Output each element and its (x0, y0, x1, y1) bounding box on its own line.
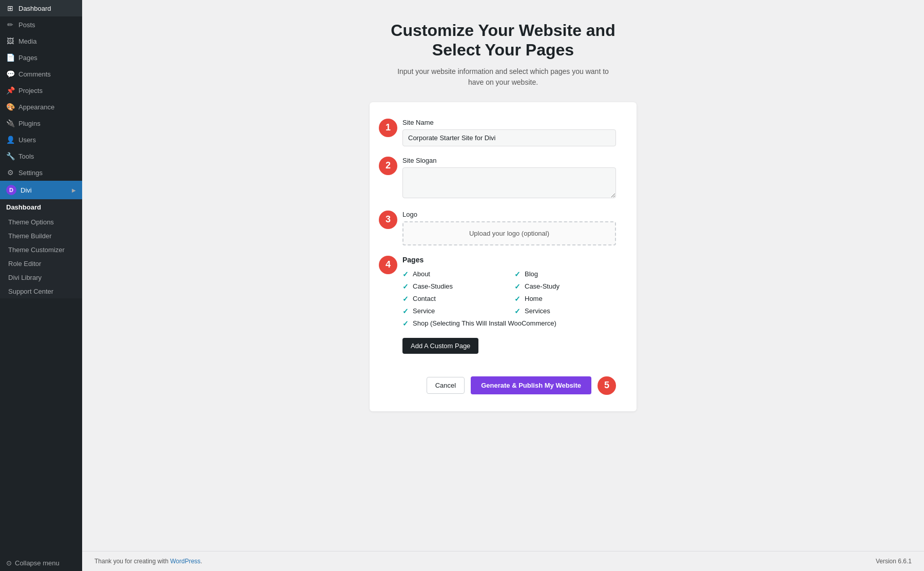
check-services: ✓ (514, 307, 521, 315)
generate-publish-button[interactable]: Generate & Publish My Website (471, 376, 591, 394)
page-item-case-study[interactable]: ✓ Case-Study (514, 282, 616, 291)
site-slogan-input[interactable] (402, 167, 616, 198)
projects-icon: 📌 (6, 86, 14, 94)
check-contact: ✓ (402, 295, 409, 303)
logo-group: 3 Logo Upload your logo (optional) (390, 211, 616, 245)
sidebar-item-appearance[interactable]: 🎨 Appearance (0, 99, 82, 115)
divi-sub-theme-customizer[interactable]: Theme Customizer (0, 243, 82, 257)
cancel-button[interactable]: Cancel (427, 377, 465, 394)
sidebar-item-posts[interactable]: ✏ Posts (0, 16, 82, 33)
posts-icon: ✏ (6, 21, 14, 29)
step-badge-3: 3 (379, 211, 397, 229)
divi-sub-support-center[interactable]: Support Center (0, 284, 82, 298)
pages-group: 4 Pages ✓ About ✓ Blog ✓ Case-Studies (390, 256, 616, 366)
check-case-studies: ✓ (402, 282, 409, 291)
page-item-home[interactable]: ✓ Home (514, 295, 616, 303)
pages-icon: 📄 (6, 53, 14, 62)
collapse-icon: ⊙ (6, 559, 12, 567)
page-item-shop[interactable]: ✓ Shop (Selecting This Will Install WooC… (402, 319, 616, 328)
site-slogan-label: Site Slogan (402, 157, 616, 164)
logo-upload-button[interactable]: Upload your logo (optional) (402, 221, 616, 245)
site-name-label: Site Name (402, 119, 616, 126)
wordpress-link[interactable]: WordPress (170, 558, 200, 565)
dashboard-icon: ⊞ (6, 4, 14, 12)
collapse-menu-button[interactable]: ⊙ Collapse menu (0, 555, 82, 571)
sidebar-item-media[interactable]: 🖼 Media (0, 33, 82, 49)
check-service: ✓ (402, 307, 409, 315)
site-name-group: 1 Site Name (390, 119, 616, 146)
sidebar-item-users[interactable]: 👤 Users (0, 131, 82, 148)
divi-submenu-header: Dashboard (0, 199, 82, 215)
check-case-study: ✓ (514, 282, 521, 291)
check-about: ✓ (402, 270, 409, 278)
divi-sub-role-editor[interactable]: Role Editor (0, 257, 82, 271)
sidebar-item-dashboard[interactable]: ⊞ Dashboard (0, 0, 82, 16)
page-item-case-studies[interactable]: ✓ Case-Studies (402, 282, 504, 291)
customize-card: 1 Site Name 2 Site Slogan 3 Logo Upload … (370, 102, 637, 411)
card-footer: Cancel Generate & Publish My Website 5 (390, 376, 616, 395)
plugins-icon: 🔌 (6, 119, 14, 127)
divi-sub-divi-library[interactable]: Divi Library (0, 271, 82, 284)
check-blog: ✓ (514, 270, 521, 278)
check-shop: ✓ (402, 319, 409, 328)
step-badge-1: 1 (379, 119, 397, 137)
sidebar-item-comments[interactable]: 💬 Comments (0, 66, 82, 82)
page-item-blog[interactable]: ✓ Blog (514, 270, 616, 278)
site-slogan-group: 2 Site Slogan (390, 157, 616, 200)
version-text: Version 6.6.1 (876, 558, 912, 565)
page-item-contact[interactable]: ✓ Contact (402, 295, 504, 303)
sidebar-item-tools[interactable]: 🔧 Tools (0, 148, 82, 164)
comments-icon: 💬 (6, 70, 14, 78)
settings-icon: ⚙ (6, 168, 14, 177)
logo-label: Logo (402, 211, 616, 218)
check-home: ✓ (514, 295, 521, 303)
add-custom-page-button[interactable]: Add A Custom Page (402, 338, 478, 354)
page-title: Customize Your Website and Select Your P… (391, 21, 615, 60)
divi-icon: D (6, 185, 16, 195)
page-footer: Thank you for creating with WordPress. V… (82, 551, 924, 571)
site-name-input[interactable] (402, 129, 616, 146)
sidebar-item-divi[interactable]: D Divi ▶ (0, 181, 82, 199)
step-badge-4: 4 (379, 256, 397, 274)
tools-icon: 🔧 (6, 152, 14, 160)
page-subtitle: Input your website information and selec… (395, 66, 611, 88)
page-item-service[interactable]: ✓ Service (402, 307, 504, 315)
sidebar-item-plugins[interactable]: 🔌 Plugins (0, 115, 82, 131)
pages-grid: ✓ About ✓ Blog ✓ Case-Studies ✓ Case-Stu… (402, 270, 616, 328)
step-badge-2: 2 (379, 157, 397, 175)
divi-sub-theme-options[interactable]: Theme Options (0, 215, 82, 229)
appearance-icon: 🎨 (6, 103, 14, 111)
sidebar-item-projects[interactable]: 📌 Projects (0, 82, 82, 99)
page-item-services[interactable]: ✓ Services (514, 307, 616, 315)
chevron-right-icon: ▶ (72, 187, 76, 193)
divi-sub-theme-builder[interactable]: Theme Builder (0, 229, 82, 243)
step-badge-5: 5 (598, 376, 616, 395)
sidebar-item-pages[interactable]: 📄 Pages (0, 49, 82, 66)
media-icon: 🖼 (6, 37, 14, 45)
sidebar-item-settings[interactable]: ⚙ Settings (0, 164, 82, 181)
pages-label: Pages (402, 256, 616, 264)
users-icon: 👤 (6, 136, 14, 144)
page-item-about[interactable]: ✓ About (402, 270, 504, 278)
